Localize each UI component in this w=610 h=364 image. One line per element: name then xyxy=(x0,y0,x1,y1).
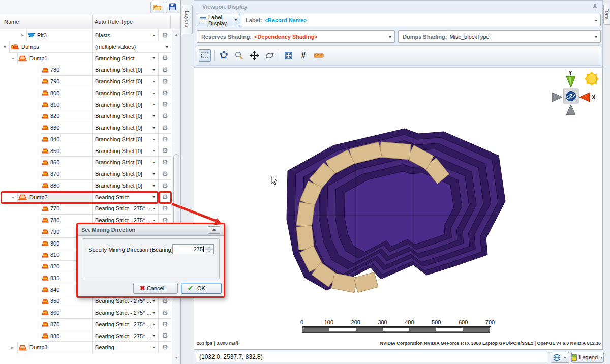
auto-rule-dropdown[interactable]: ▼ xyxy=(152,103,156,106)
auto-rule-dropdown[interactable]: ▼ xyxy=(152,56,156,60)
name-cell[interactable] xyxy=(17,342,92,353)
3d-viewport[interactable]: Y Z X 0100200300400500600700 263 fps | 3… xyxy=(194,68,603,350)
gizmo-down-arrow[interactable] xyxy=(566,105,575,115)
collapse-arrow-icon[interactable]: ▼ xyxy=(3,45,7,49)
auto-rule-dropdown[interactable]: ▼ xyxy=(152,218,156,222)
name-cell[interactable] xyxy=(17,53,92,65)
scroll-up-button[interactable]: ▲ xyxy=(173,31,180,38)
open-file-button[interactable] xyxy=(150,2,164,13)
gizmo-left-arrow[interactable] xyxy=(552,93,562,102)
auto-rule-dropdown[interactable]: ▼ xyxy=(152,137,156,141)
zoom-extents-button[interactable] xyxy=(282,49,294,62)
column-divider[interactable] xyxy=(170,15,171,29)
tree-row-dump3[interactable]: Bearing▼⚙▶Dump3 xyxy=(0,342,172,353)
spin-down-button[interactable]: ▼ xyxy=(205,250,213,254)
grid-toggle-button[interactable]: # xyxy=(297,49,310,62)
ok-button[interactable]: ✔ OK xyxy=(181,283,222,294)
orbit-button[interactable] xyxy=(263,49,276,62)
tab-layers[interactable]: Layers xyxy=(182,5,193,34)
coordinate-system-button[interactable]: ▼ xyxy=(551,352,569,363)
name-cell[interactable] xyxy=(17,192,92,203)
auto-rule-cell[interactable]: Branching Strict [0]▼ xyxy=(92,145,158,157)
chevron-down-icon[interactable]: ▼ xyxy=(594,18,598,22)
auto-rule-cell[interactable]: Branching Strict▼ xyxy=(92,53,158,65)
auto-rule-cell[interactable]: Branching Strict [0]▼ xyxy=(92,87,158,99)
auto-rule-dropdown[interactable]: ▼ xyxy=(165,45,169,48)
command-coordinate-input[interactable]: (1032.0, 2537.7, 832.8) xyxy=(196,352,547,362)
reserves-shading-combo[interactable]: Reserves Shading: <Dependency Shading> ▼ xyxy=(197,30,395,43)
dialog-close-button[interactable]: ✖ xyxy=(208,226,220,234)
auto-rule-dropdown[interactable]: ▼ xyxy=(152,184,156,187)
auto-rule-dropdown[interactable]: ▼ xyxy=(152,33,156,37)
auto-rule-dropdown[interactable]: ▼ xyxy=(152,79,156,83)
expand-arrow-icon[interactable]: ▶ xyxy=(21,33,24,37)
legend-button[interactable]: Legend ▼ xyxy=(571,352,604,363)
auto-rule-dropdown[interactable]: ▼ xyxy=(152,195,156,199)
column-divider[interactable] xyxy=(92,15,93,29)
gizmo-x-arrow[interactable] xyxy=(580,93,590,102)
tree-row-860[interactable]: Bearing Strict - 275° ...▼⚙860 xyxy=(0,307,172,319)
auto-rule-cell[interactable]: Branching Strict [0]▼ xyxy=(92,157,158,168)
column-header-auto-rule-type[interactable]: Auto Rule Type xyxy=(95,19,133,25)
auto-rule-cell[interactable]: Branching Strict [0]▼ xyxy=(92,168,158,180)
auto-rule-dropdown[interactable]: ▼ xyxy=(152,114,156,118)
auto-rule-dropdown[interactable]: ▼ xyxy=(152,299,156,303)
auto-rule-cell[interactable]: Blasts▼ xyxy=(92,29,158,41)
auto-rule-cell[interactable]: (multiple values)▼ xyxy=(92,41,171,53)
auto-rule-cell[interactable]: Branching Strict [0]▼ xyxy=(92,64,158,76)
tree-row-880[interactable]: Bearing Strict - 275° ...▼⚙880 xyxy=(0,330,172,342)
chevron-down-icon[interactable]: ▼ xyxy=(594,35,598,38)
auto-rule-cell[interactable]: Branching Strict [0]▼ xyxy=(92,122,158,134)
tree-scrollbar[interactable]: ▲ ▼ xyxy=(172,29,180,364)
scroll-down-button[interactable]: ▼ xyxy=(173,354,180,361)
column-header-name[interactable]: Name xyxy=(4,19,19,25)
auto-rule-cell[interactable]: Branching Strict [0]▼ xyxy=(92,134,158,145)
auto-rule-dropdown[interactable]: ▼ xyxy=(152,346,156,349)
auto-rule-dropdown[interactable]: ▼ xyxy=(152,311,156,314)
auto-rule-dropdown[interactable]: ▼ xyxy=(152,149,156,153)
auto-rule-cell[interactable]: Bearing Strict - 275° ...▼ xyxy=(92,330,158,342)
tree-row-790[interactable]: Branching Strict [0]▼⚙790 xyxy=(0,76,172,87)
auto-rule-dropdown[interactable]: ▼ xyxy=(152,207,156,210)
tree-row-800[interactable]: Branching Strict [0]▼⚙800 xyxy=(0,87,172,99)
tree-row-810[interactable]: Branching Strict [0]▼⚙810 xyxy=(0,99,172,111)
pin-icon[interactable] xyxy=(593,4,597,10)
tree-row-770[interactable]: Bearing Strict - 275° ...▼⚙770 xyxy=(0,203,172,215)
collapse-arrow-icon[interactable]: ▼ xyxy=(11,195,15,199)
collapse-arrow-icon[interactable]: ▼ xyxy=(11,56,15,60)
tree-row-870[interactable]: Branching Strict [0]▼⚙870 xyxy=(0,168,172,180)
tree-row-860[interactable]: Branching Strict [0]▼⚙860 xyxy=(0,157,172,168)
save-button[interactable] xyxy=(166,2,179,13)
label-display-dropdown[interactable]: ▼ xyxy=(233,14,239,26)
chevron-down-icon[interactable]: ▼ xyxy=(388,35,392,38)
zoom-button[interactable] xyxy=(233,49,245,62)
tab-data[interactable]: Data xyxy=(603,4,610,25)
tree-row-dump1[interactable]: Branching Strict▼⚙▼Dump1 xyxy=(0,53,172,65)
auto-rule-cell[interactable]: Bearing▼ xyxy=(92,342,158,353)
tree-row-dumps[interactable]: (multiple values)▼▼Dumps xyxy=(0,41,172,53)
auto-rule-dropdown[interactable]: ▼ xyxy=(152,126,156,129)
tree-row-780[interactable]: Branching Strict [0]▼⚙780 xyxy=(0,64,172,76)
marquee-select-button[interactable] xyxy=(199,49,211,62)
view-gizmo[interactable]: Y Z X xyxy=(546,69,602,117)
measure-button[interactable] xyxy=(313,49,325,62)
auto-rule-cell[interactable]: Bearing Strict - 275° ...▼ xyxy=(92,307,158,319)
tree-row-850[interactable]: Branching Strict [0]▼⚙850 xyxy=(0,145,172,157)
cancel-button[interactable]: ✖ Cancel xyxy=(133,283,178,294)
auto-rule-cell[interactable]: Branching Strict [0]▼ xyxy=(92,110,158,122)
tree-row-dump2[interactable]: Bearing Strict▼⚙▼Dump2 xyxy=(0,192,172,203)
auto-rule-cell[interactable]: Bearing Strict - 275° ...▼ xyxy=(92,203,158,215)
auto-rule-cell[interactable]: Branching Strict [0]▼ xyxy=(92,99,158,111)
auto-rule-cell[interactable]: Branching Strict [0]▼ xyxy=(92,180,158,192)
dialog-title-bar[interactable]: Set Mining Direction ✖ xyxy=(78,224,224,236)
tree-row-pit3[interactable]: Blasts▼⚙▶Pit3 xyxy=(0,29,172,41)
pan-button[interactable] xyxy=(248,49,260,62)
tree-row-820[interactable]: Branching Strict [0]▼⚙820 xyxy=(0,110,172,122)
label-combo[interactable]: Label: <Record Name> ▼ xyxy=(241,14,601,26)
bearing-input[interactable]: 275 ▲ ▼ xyxy=(172,244,214,254)
auto-rule-cell[interactable]: Bearing Strict - 275° ...▼ xyxy=(92,319,158,330)
spin-up-button[interactable]: ▲ xyxy=(205,245,213,250)
auto-rule-cell[interactable]: Branching Strict [0]▼ xyxy=(92,76,158,87)
auto-rule-cell[interactable]: Bearing Strict▼ xyxy=(92,192,158,203)
tree-row-880[interactable]: Branching Strict [0]▼⚙880 xyxy=(0,180,172,192)
